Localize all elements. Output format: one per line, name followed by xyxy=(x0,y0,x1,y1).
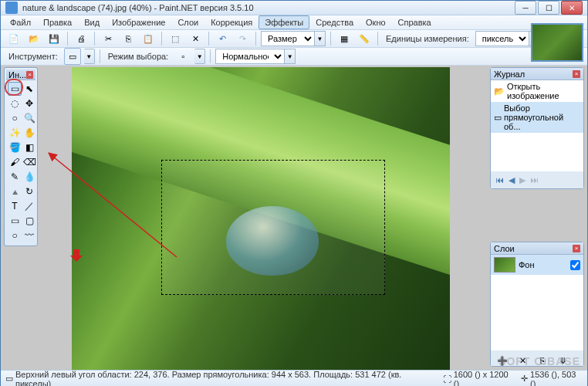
crop-button[interactable]: ⬚ xyxy=(167,30,184,47)
tool-magic-wand[interactable]: ✨ xyxy=(8,126,22,140)
menu-edit[interactable]: Правка xyxy=(37,15,78,29)
layers-panel[interactable]: Слои × Фон ➕ ✕ ⎘ ⤋ xyxy=(490,242,584,367)
app-window: nature & landscape (74).jpg (40%) - Pain… xyxy=(0,0,588,386)
tools-panel-close-icon[interactable]: × xyxy=(26,71,33,79)
save-button[interactable]: 💾 xyxy=(46,30,63,47)
layer-thumbnail xyxy=(494,257,515,273)
statusbar: ▭ Верхний левый угол области: 224, 376. … xyxy=(1,370,587,386)
layer-name: Фон xyxy=(519,260,535,269)
watermark: SOFT O BASE xyxy=(498,355,580,367)
tools-panel-header[interactable]: Ин... × xyxy=(6,69,35,80)
grid-button[interactable]: ▦ xyxy=(336,30,353,47)
menu-help[interactable]: Справка xyxy=(392,15,438,29)
menu-correction[interactable]: Коррекция xyxy=(204,15,259,29)
status-image-size: ⛶ 1600 () x 1200 () xyxy=(443,370,515,387)
history-panel-title: Журнал xyxy=(494,69,525,79)
tool-dropdown-icon[interactable]: ▼ xyxy=(84,49,95,64)
history-panel-close-icon[interactable]: × xyxy=(573,70,580,78)
print-button[interactable]: 🖨 xyxy=(73,30,90,47)
units-select[interactable]: пикселы xyxy=(475,31,529,46)
mode-replace-button[interactable]: ▫ xyxy=(174,48,191,65)
tool-paintbrush[interactable]: 🖌 xyxy=(8,155,22,169)
normal-select[interactable]: Нормальное xyxy=(215,49,285,64)
maximize-button[interactable]: ☐ xyxy=(538,1,559,15)
tool-gradient[interactable]: ◧ xyxy=(22,141,36,154)
app-icon xyxy=(5,2,18,14)
tools-panel[interactable]: Ин... × ▭ ⬉ ◌ ✥ ○ 🔍 ✨ ✋ 🪣 ◧ 🖌 ⌫ ✎ 💧 ⟁ ↻ xyxy=(4,67,38,246)
tool-text[interactable]: T xyxy=(8,199,22,213)
tool-line[interactable]: ／ xyxy=(22,199,36,213)
window-title: nature & landscape (74).jpg (40%) - Pain… xyxy=(22,3,515,12)
main-toolbar: 📄 📂 💾 🖨 ✂ ⎘ 📋 ⬚ ✕ ↶ ↷ Размер от ▼ ▦ 📏 Ед… xyxy=(1,30,587,48)
tool-move-selection[interactable]: ⬉ xyxy=(22,82,36,96)
layer-item[interactable]: Фон xyxy=(491,255,583,275)
canvas-viewport[interactable] xyxy=(44,67,488,370)
tool-ellipse-select[interactable]: ○ xyxy=(8,111,22,125)
history-prev-button[interactable]: ◀ xyxy=(509,175,515,185)
tool-options-toolbar: Инструмент: ▭ ▼ Режим выбора: ▫ ▼ Нормал… xyxy=(1,48,587,66)
layer-visibility-checkbox[interactable] xyxy=(570,260,580,270)
tool-eraser[interactable]: ⌫ xyxy=(22,155,36,169)
instrument-label: Инструмент: xyxy=(5,52,61,61)
layers-panel-header[interactable]: Слои × xyxy=(491,242,583,255)
mode-dropdown-icon[interactable]: ▼ xyxy=(194,49,205,64)
canvas[interactable] xyxy=(72,67,450,370)
size-icon: ⛶ xyxy=(443,374,451,384)
redo-button[interactable]: ↷ xyxy=(234,30,251,47)
current-tool-icon[interactable]: ▭ xyxy=(64,48,81,65)
layers-panel-close-icon[interactable]: × xyxy=(573,245,580,252)
menu-tools[interactable]: Средства xyxy=(309,15,360,29)
status-size-text: 1600 () x 1200 () xyxy=(454,370,515,387)
selection-marquee[interactable] xyxy=(161,160,385,295)
open-button[interactable]: 📂 xyxy=(25,30,42,47)
tool-freeform[interactable]: 〰 xyxy=(22,229,36,242)
tool-recolor[interactable]: ↻ xyxy=(22,185,36,198)
history-list: 📂 Открыть изображение ▭ Выбор прямоуголь… xyxy=(491,80,583,171)
select-icon: ▭ xyxy=(494,113,502,123)
history-item[interactable]: ▭ Выбор прямоугольной об... xyxy=(491,102,583,133)
size-select[interactable]: Размер от xyxy=(261,31,315,46)
menu-window[interactable]: Окно xyxy=(360,15,392,29)
new-button[interactable]: 📄 xyxy=(5,30,22,47)
tool-pencil[interactable]: ✎ xyxy=(8,170,22,184)
layers-list: Фон xyxy=(491,255,583,350)
tool-move-pixels[interactable]: ✥ xyxy=(22,96,36,110)
size-dropdown-icon[interactable]: ▼ xyxy=(315,31,326,46)
history-item-label: Открыть изображение xyxy=(507,82,580,100)
history-panel[interactable]: Журнал × 📂 Открыть изображение ▭ Выбор п… xyxy=(490,67,584,189)
ruler-button[interactable]: 📏 xyxy=(356,30,373,47)
status-cursor-pos: ✛ 1536 (), 503 () xyxy=(521,370,583,387)
tool-pan[interactable]: ✋ xyxy=(22,126,36,140)
undo-button[interactable]: ↶ xyxy=(214,30,231,47)
tool-ellipse[interactable]: ○ xyxy=(8,229,22,242)
tool-lasso-select[interactable]: ◌ xyxy=(8,96,22,110)
tools-panel-title: Ин... xyxy=(8,70,26,80)
document-thumbnail[interactable] xyxy=(531,23,583,62)
tool-rounded-rect[interactable]: ▢ xyxy=(22,214,36,228)
tool-color-picker[interactable]: 💧 xyxy=(22,170,36,184)
titlebar: nature & landscape (74).jpg (40%) - Pain… xyxy=(1,1,587,15)
tool-paint-bucket[interactable]: 🪣 xyxy=(8,141,22,154)
menu-layers[interactable]: Слои xyxy=(171,15,204,29)
history-panel-header[interactable]: Журнал × xyxy=(491,68,583,80)
minimize-button[interactable]: ─ xyxy=(515,1,536,15)
history-first-button[interactable]: ⏮ xyxy=(495,175,504,185)
history-last-button[interactable]: ⏭ xyxy=(530,175,539,185)
close-button[interactable]: ✕ xyxy=(561,1,583,15)
mode-label: Режим выбора: xyxy=(105,52,171,61)
copy-button[interactable]: ⎘ xyxy=(120,30,137,47)
menu-image[interactable]: Изображение xyxy=(106,15,171,29)
normal-dropdown-icon[interactable]: ▼ xyxy=(285,49,296,64)
history-next-button[interactable]: ▶ xyxy=(519,175,525,185)
paste-button[interactable]: 📋 xyxy=(140,30,157,47)
tool-rectangle-select[interactable]: ▭ xyxy=(8,82,22,96)
menu-effects[interactable]: Эффекты xyxy=(259,15,309,29)
tool-rectangle[interactable]: ▭ xyxy=(8,214,22,228)
menu-file[interactable]: Файл xyxy=(4,15,37,29)
menu-view[interactable]: Вид xyxy=(78,15,106,29)
cut-button[interactable]: ✂ xyxy=(100,30,117,47)
history-item[interactable]: 📂 Открыть изображение xyxy=(491,80,583,102)
tool-zoom[interactable]: 🔍 xyxy=(22,111,36,125)
tool-clone-stamp[interactable]: ⟁ xyxy=(8,185,22,198)
deselect-button[interactable]: ✕ xyxy=(187,30,204,47)
